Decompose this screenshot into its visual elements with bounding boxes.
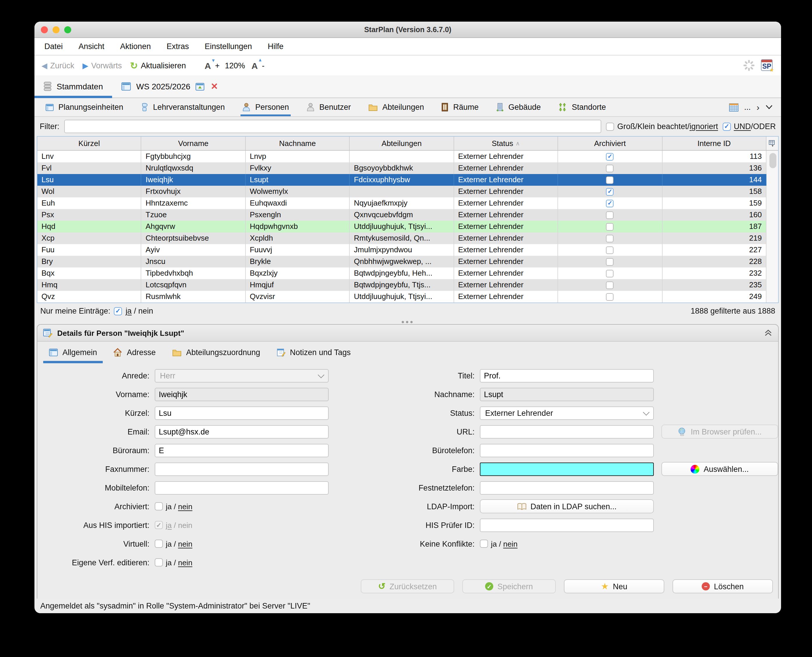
archiviert-checkbox[interactable] [155, 502, 163, 511]
keine-konflikte-checkbox[interactable] [480, 540, 488, 548]
subtab-benutzer[interactable]: Benutzer [298, 98, 360, 116]
archiviert-row-checkbox[interactable] [606, 199, 614, 207]
cell-abteilungen[interactable]: Bgsoyoybbdkhwk [350, 162, 454, 174]
kuerzel-field[interactable] [155, 406, 329, 420]
status-select[interactable]: Externer Lehrender [480, 406, 654, 420]
cell-kuerzel[interactable]: Wol [37, 186, 141, 198]
cell-abteilungen[interactable]: Bqtwdpjngeybfu, Ttjs... [350, 279, 454, 291]
archiviert-row-checkbox[interactable] [606, 188, 614, 195]
email-field[interactable] [155, 425, 329, 438]
cell-archiviert[interactable] [558, 268, 662, 279]
cell-archiviert[interactable] [558, 162, 662, 174]
cell-interne-id[interactable]: 187 [662, 221, 767, 232]
cell-interne-id[interactable]: 235 [662, 279, 767, 291]
cell-nachname[interactable]: Brykle [246, 256, 350, 268]
cell-vorname[interactable]: Lotcsqpfqvn [141, 279, 246, 291]
table-row[interactable]: Hmq Lotcsqpfqvn Hmqjuf Bqtwdpjngeybfu, T… [37, 279, 778, 291]
ldap-search-button[interactable]: Daten in LDAP suchen... [480, 499, 654, 513]
table-row[interactable]: Xcp Chteorptsuibebvse Xcpldh Rmtykusemos… [37, 232, 778, 244]
subtab-abteilungen[interactable]: Abteilungen [360, 98, 433, 116]
cell-kuerzel[interactable]: Lsu [37, 174, 141, 186]
column-config-corner[interactable] [767, 137, 778, 150]
collapse-panel-icon[interactable] [764, 329, 772, 336]
subtab-planungseinheiten[interactable]: Planungseinheiten [37, 98, 132, 116]
cell-abteilungen[interactable]: Rmtykusemosild, Qn... [350, 232, 454, 244]
cell-kuerzel[interactable]: Lnv [37, 151, 141, 162]
menu-ansicht[interactable]: Ansicht [79, 42, 104, 51]
archiviert-row-checkbox[interactable] [606, 176, 614, 184]
scroll-tabs-right-icon[interactable]: › [756, 102, 759, 112]
tab-semester[interactable]: WS 2025/2026 ✕ [112, 75, 227, 98]
details-tab-notizen[interactable]: Notizen und Tags [268, 342, 359, 363]
column-header-status[interactable]: Status∧ [454, 137, 558, 150]
cell-abteilungen[interactable]: Fdcixxuphhysbw [350, 174, 454, 186]
festnetztelefon-field[interactable] [480, 481, 654, 494]
column-header-nachname[interactable]: Nachname [246, 137, 350, 150]
cell-kuerzel[interactable]: Hmq [37, 279, 141, 291]
new-button[interactable]: ★ Neu [564, 579, 664, 593]
cell-vorname[interactable]: Frtxovhujx [141, 186, 246, 198]
close-tab-icon[interactable]: ✕ [211, 81, 218, 92]
back-button[interactable]: ◀ Zurück [42, 61, 75, 70]
url-field[interactable] [480, 425, 654, 438]
archiviert-row-checkbox[interactable] [606, 246, 614, 254]
cell-status[interactable]: Externer Lehrender [454, 244, 558, 256]
cell-kuerzel[interactable]: Bry [37, 256, 141, 268]
cell-status[interactable]: Externer Lehrender [454, 151, 558, 162]
menu-aktionen[interactable]: Aktionen [120, 42, 151, 51]
farbe-swatch[interactable] [480, 462, 654, 476]
cell-archiviert[interactable] [558, 244, 662, 256]
cell-vorname[interactable]: Hhntzaxemc [141, 198, 246, 209]
table-row[interactable]: Lsu Iweiqhjk Lsupt Fdcixxuphhysbw Extern… [37, 174, 778, 186]
cell-status[interactable]: Externer Lehrender [454, 291, 558, 302]
column-header-interne-id[interactable]: Interne ID [662, 137, 767, 150]
only-mine-checkbox[interactable] [114, 307, 122, 315]
archiviert-row-checkbox[interactable] [606, 293, 614, 300]
column-header-vorname[interactable]: Vorname [141, 137, 246, 150]
subtab-standorte[interactable]: Standorte [550, 98, 615, 116]
cell-abteilungen[interactable] [350, 186, 454, 198]
cell-status[interactable]: Externer Lehrender [454, 209, 558, 221]
archiviert-row-checkbox[interactable] [606, 153, 614, 160]
titel-field[interactable] [480, 369, 654, 382]
cell-kuerzel[interactable]: Fvl [37, 162, 141, 174]
cell-archiviert[interactable] [558, 174, 662, 186]
cell-nachname[interactable]: Wolwemylx [246, 186, 350, 198]
subtab-lehrveranstaltungen[interactable]: Lehrveranstaltungen [132, 98, 233, 116]
cell-nachname[interactable]: Lsupt [246, 174, 350, 186]
details-tab-abteilungszuordnung[interactable]: Abteilungszuordnung [164, 342, 269, 363]
overflow-dots[interactable]: ... [744, 103, 751, 112]
filter-input[interactable] [64, 120, 602, 133]
cell-kuerzel[interactable]: Euh [37, 198, 141, 209]
cell-archiviert[interactable] [558, 186, 662, 198]
delete-button[interactable]: − Löschen [672, 579, 773, 593]
cell-status[interactable]: Externer Lehrender [454, 221, 558, 232]
archiviert-row-checkbox[interactable] [606, 223, 614, 230]
archiviert-row-checkbox[interactable] [606, 258, 614, 265]
cell-kuerzel[interactable]: Qvz [37, 291, 141, 302]
cell-kuerzel[interactable]: Psx [37, 209, 141, 221]
table-row[interactable]: Bqx Tipbedvhxbqh Bqxzlxjy Bqtwdpjngeybfu… [37, 268, 778, 279]
menu-hilfe[interactable]: Hilfe [268, 42, 283, 51]
minimize-window-button[interactable] [53, 26, 59, 33]
cell-archiviert[interactable] [558, 151, 662, 162]
table-row[interactable]: Fvl Nrulqtlqwxsdq Fvlkxy Bgsoyoybbdkhwk … [37, 162, 778, 174]
cell-abteilungen[interactable]: Nqyujaefkmxpjy [350, 198, 454, 209]
archiviert-row-checkbox[interactable] [606, 211, 614, 219]
case-sensitivity-toggle[interactable]: Groß/Klein beachtet/ignoriert [606, 122, 718, 131]
cell-archiviert[interactable] [558, 221, 662, 232]
zoom-window-button[interactable] [64, 26, 71, 33]
cell-vorname[interactable]: Ahgqvrw [141, 221, 246, 232]
cell-interne-id[interactable]: 228 [662, 256, 767, 268]
cell-nachname[interactable]: Fvlkxy [246, 162, 350, 174]
cell-interne-id[interactable]: 136 [662, 162, 767, 174]
cell-vorname[interactable]: Iweiqhjk [141, 174, 246, 186]
table-scrollbar-thumb[interactable] [769, 153, 776, 168]
cell-nachname[interactable]: Qvzvisr [246, 291, 350, 302]
cell-status[interactable]: Externer Lehrender [454, 174, 558, 186]
cell-abteilungen[interactable] [350, 151, 454, 162]
cell-vorname[interactable]: Chteorptsuibebvse [141, 232, 246, 244]
close-window-button[interactable] [41, 26, 48, 33]
cell-nachname[interactable]: Lnvp [246, 151, 350, 162]
faxnummer-field[interactable] [155, 462, 329, 476]
